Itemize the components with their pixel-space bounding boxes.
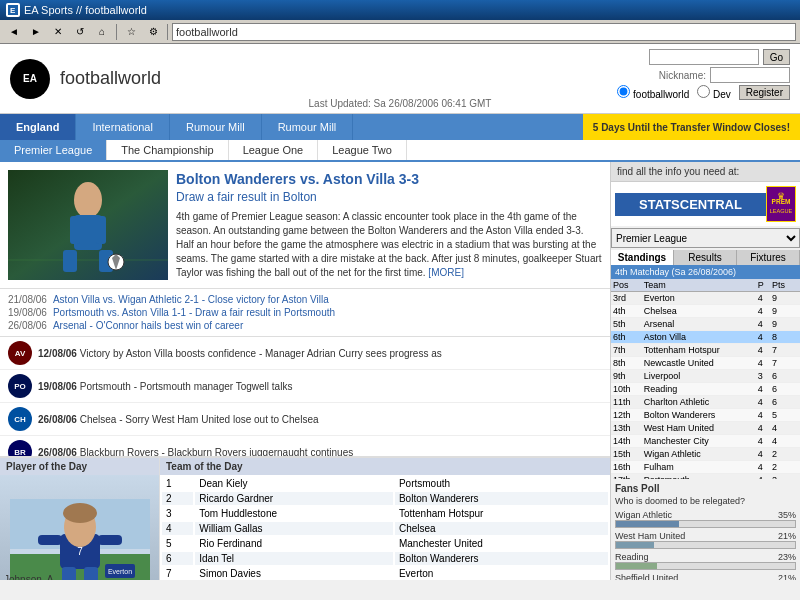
league-table-container: Pos Team P Pts 3rdEverton494thChelsea495… bbox=[611, 279, 800, 479]
last-updated: Last Updated: Sa 26/08/2006 06:41 GMT bbox=[309, 98, 492, 109]
header-right: Go Nickname: footballworld Dev Register bbox=[617, 49, 790, 100]
poll-item-sheffield: Sheffield United 21% bbox=[615, 573, 796, 580]
statscentral-logo: STATSCENTRAL bbox=[615, 193, 766, 216]
news-item-text-0: 12/08/06 Victory by Aston Villa boosts c… bbox=[38, 348, 442, 359]
nav-secondary: Premier League The Championship League O… bbox=[0, 140, 800, 162]
nav-rumour-mill-2[interactable]: Rumour Mill bbox=[262, 114, 354, 140]
settings-btn[interactable]: ⚙ bbox=[143, 22, 163, 42]
svg-rect-6 bbox=[63, 250, 77, 272]
nickname-row: Nickname: bbox=[659, 67, 790, 83]
team-row-5: 6Idan TelBolton Wanderers bbox=[162, 552, 608, 565]
news-item-text-2: 26/08/06 Chelsea - Sorry West Ham United… bbox=[38, 414, 319, 425]
player-label: Player of the Day bbox=[0, 458, 159, 475]
team-row-4: 5Rio FerdinandManchester United bbox=[162, 537, 608, 550]
player-name: Johnson, A. bbox=[4, 574, 56, 580]
article-section: Bolton Wanderers vs. Aston Villa 3-3 Dra… bbox=[0, 162, 610, 289]
ea-logo: EA bbox=[10, 59, 50, 99]
team-row-6: 7Simon DaviesEverton bbox=[162, 567, 608, 580]
news-item-text-1: 19/08/06 Portsmouth - Portsmouth manager… bbox=[38, 381, 292, 392]
news-link-text-0[interactable]: Aston Villa vs. Wigan Athletic 2-1 - Clo… bbox=[53, 294, 329, 305]
statscentral: STATSCENTRAL PREM LEAGUE ♛ bbox=[611, 182, 800, 226]
browser-toolbar: ◄ ► ✕ ↺ ⌂ ☆ ⚙ footballworld bbox=[0, 20, 800, 44]
table-row: 16thFulham42 bbox=[611, 461, 800, 474]
address-bar[interactable]: footballworld bbox=[172, 23, 796, 41]
poll-bar-bg-reading bbox=[615, 562, 796, 570]
poll-label-westham: West Ham United 21% bbox=[615, 531, 796, 541]
register-btn[interactable]: Register bbox=[739, 85, 790, 100]
news-link-text-2[interactable]: Arsenal - O'Connor hails best win of car… bbox=[53, 320, 243, 331]
poll-item-reading: Reading 23% bbox=[615, 552, 796, 570]
table-row: 10thReading46 bbox=[611, 383, 800, 396]
toolbar-separator bbox=[116, 24, 117, 40]
svg-text:♛: ♛ bbox=[777, 191, 785, 201]
window-title: EA Sports // footballworld bbox=[24, 4, 147, 16]
table-row: 13thWest Ham United44 bbox=[611, 422, 800, 435]
tab-results[interactable]: Results bbox=[674, 250, 737, 265]
forward-btn[interactable]: ► bbox=[26, 22, 46, 42]
nickname-input[interactable] bbox=[710, 67, 790, 83]
nav-premier-league[interactable]: Premier League bbox=[0, 140, 107, 160]
table-header-row: Pos Team P Pts bbox=[611, 279, 800, 292]
main-content: Bolton Wanderers vs. Aston Villa 3-3 Dra… bbox=[0, 162, 610, 580]
table-row: 4thChelsea49 bbox=[611, 305, 800, 318]
table-row: 7thTottenham Hotspur47 bbox=[611, 344, 800, 357]
svg-rect-18 bbox=[38, 535, 62, 545]
tab-standings[interactable]: Standings bbox=[611, 250, 674, 265]
news-club-logo-3: BR bbox=[8, 440, 32, 457]
transfer-notice: 5 Days Until the Transfer Window Closes! bbox=[583, 114, 800, 140]
svg-rect-20 bbox=[62, 567, 76, 580]
back-btn[interactable]: ◄ bbox=[4, 22, 24, 42]
search-input[interactable] bbox=[649, 49, 759, 65]
team-row-1: 2Ricardo GardnerBolton Wanderers bbox=[162, 492, 608, 505]
radio-footballworld[interactable]: footballworld bbox=[617, 85, 689, 100]
poll-bar-bg-westham bbox=[615, 541, 796, 549]
tab-fixtures[interactable]: Fixtures bbox=[737, 250, 800, 265]
nickname-label: Nickname: bbox=[659, 70, 706, 81]
poll-bar-reading bbox=[616, 563, 657, 569]
news-link-date-0: 21/08/06 bbox=[8, 294, 47, 305]
favorites-btn[interactable]: ☆ bbox=[121, 22, 141, 42]
news-club-logo-0: AV bbox=[8, 341, 32, 365]
news-item-3: BR 26/08/06 Blackburn Rovers - Blackburn… bbox=[0, 436, 610, 457]
news-link-2[interactable]: 26/08/06 Arsenal - O'Connor hails best w… bbox=[8, 319, 602, 332]
svg-text:7: 7 bbox=[77, 546, 83, 557]
nav-league-one[interactable]: League One bbox=[229, 140, 319, 160]
news-club-logo-2: CH bbox=[8, 407, 32, 431]
refresh-btn[interactable]: ↺ bbox=[70, 22, 90, 42]
news-link-0[interactable]: 21/08/06 Aston Villa vs. Wigan Athletic … bbox=[8, 293, 602, 306]
nav-championship[interactable]: The Championship bbox=[107, 140, 228, 160]
player-box: Player of the Day 7 bbox=[0, 458, 160, 580]
radio-row: footballworld Dev Register bbox=[617, 85, 790, 100]
nav-international[interactable]: International bbox=[76, 114, 170, 140]
news-item-2: CH 26/08/06 Chelsea - Sorry West Ham Uni… bbox=[0, 403, 610, 436]
table-row: 6thAston Villa48 bbox=[611, 331, 800, 344]
news-link-1[interactable]: 19/08/06 Portsmouth vs. Aston Villa 1-1 … bbox=[8, 306, 602, 319]
table-row: 15thWigan Athletic42 bbox=[611, 448, 800, 461]
table-row: 8thNewcastle United47 bbox=[611, 357, 800, 370]
fans-poll-title: Fans Poll bbox=[615, 483, 796, 494]
nav-england[interactable]: England bbox=[0, 114, 76, 140]
poll-bar-wigan bbox=[616, 521, 679, 527]
potd-section: Player of the Day 7 bbox=[0, 457, 610, 580]
stop-btn[interactable]: ✕ bbox=[48, 22, 68, 42]
home-btn[interactable]: ⌂ bbox=[92, 22, 112, 42]
article-text: Bolton Wanderers vs. Aston Villa 3-3 Dra… bbox=[176, 170, 602, 280]
table-row: 5thArsenal49 bbox=[611, 318, 800, 331]
svg-text:LEAGUE: LEAGUE bbox=[770, 208, 793, 214]
poll-bar-westham bbox=[616, 542, 654, 548]
news-link-text-1[interactable]: Portsmouth vs. Aston Villa 1-1 - Draw a … bbox=[53, 307, 335, 318]
toolbar-separator-2 bbox=[167, 24, 168, 40]
content-area: Bolton Wanderers vs. Aston Villa 3-3 Dra… bbox=[0, 162, 800, 580]
nav-league-two[interactable]: League Two bbox=[318, 140, 407, 160]
league-select[interactable]: Premier League bbox=[611, 228, 800, 248]
search-btn[interactable]: Go bbox=[763, 49, 790, 65]
article-more[interactable]: [MORE] bbox=[428, 267, 464, 278]
last-updated-text: Last Updated: Sa 26/08/2006 06:41 GMT bbox=[309, 98, 492, 109]
nav-rumour-mill-1[interactable]: Rumour Mill bbox=[170, 114, 262, 140]
radio-dev[interactable]: Dev bbox=[697, 85, 731, 100]
article-title: Bolton Wanderers vs. Aston Villa 3-3 bbox=[176, 170, 602, 188]
matchday-header: 4th Matchday (Sa 26/08/2006) bbox=[611, 265, 800, 279]
svg-rect-21 bbox=[84, 567, 98, 580]
poll-item-wigan: Wigan Athletic 35% bbox=[615, 510, 796, 528]
news-item-0: AV 12/08/06 Victory by Aston Villa boost… bbox=[0, 337, 610, 370]
